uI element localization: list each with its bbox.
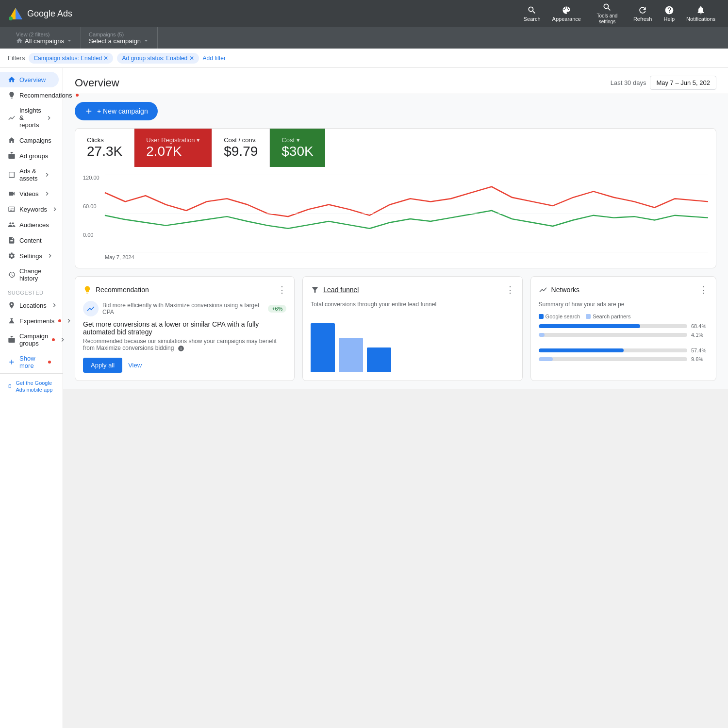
content-icon: [8, 236, 16, 244]
filters-label: Filters: [8, 54, 25, 62]
rec-menu-button[interactable]: ⋮: [278, 284, 286, 295]
network-pct-2: 57.4%: [691, 347, 708, 353]
networks-card-header: Networks ⋮: [539, 284, 708, 295]
sidebar-item-keywords[interactable]: Keywords: [0, 201, 59, 217]
campaigns-icon: [8, 136, 16, 144]
settings-icon: [8, 252, 16, 260]
history-icon: [8, 271, 16, 279]
cost-value: $30K: [281, 144, 313, 159]
network-bar-wrap-1: [539, 324, 687, 328]
metric-clicks: Clicks 27.3K: [75, 129, 134, 167]
sidebar-item-settings[interactable]: Settings: [0, 248, 59, 264]
network-bar-wrap-1b: [539, 333, 687, 337]
tools-label: Tools and settings: [593, 13, 622, 25]
plus-icon: [8, 358, 16, 366]
view-label: View (2 filters): [16, 32, 73, 37]
network-bar-partner-2: [539, 357, 553, 361]
sidebar-label-keywords: Keywords: [19, 206, 47, 213]
home-icon-sidebar: [8, 76, 16, 83]
new-campaign-button[interactable]: + New campaign: [75, 102, 158, 120]
network-bars: 68.4% 4.1% 57: [539, 323, 708, 362]
chevron-right-exp: [65, 317, 73, 325]
campaign-status-filter[interactable]: Campaign status: Enabled ✕: [29, 53, 113, 64]
appearance-label: Appearance: [552, 16, 581, 22]
mobile-app-link[interactable]: Get the Google Ads mobile app: [0, 373, 63, 399]
sidebar-label-recommendations: Recommendations: [19, 92, 72, 99]
sidebar-item-audiences[interactable]: Audiences: [0, 217, 59, 232]
networks-subtitle: Summary of how your ads are pe: [539, 301, 708, 308]
funnel-title-text[interactable]: Lead funnel: [323, 286, 359, 294]
filter-bar: Filters Campaign status: Enabled ✕ Ad gr…: [0, 49, 728, 68]
ad-group-status-filter[interactable]: Ad group status: Enabled ✕: [117, 53, 199, 64]
view-all-campaigns[interactable]: View (2 filters) All campaigns: [8, 27, 81, 49]
campaign-navigation: View (2 filters) All campaigns Campaigns…: [0, 27, 728, 49]
funnel-subtitle: Total conversions through your entire le…: [311, 301, 514, 308]
sidebar-label-experiments: Experiments: [19, 317, 54, 325]
sidebar-item-content[interactable]: Content: [0, 232, 59, 248]
insights-icon: [8, 114, 16, 122]
sidebar-label-ads-assets: Ads & assets: [19, 167, 39, 182]
y-label-120: 120.00: [83, 175, 105, 181]
sidebar-label-overview: Overview: [19, 76, 46, 83]
funnel-menu-button[interactable]: ⋮: [506, 284, 514, 295]
new-campaign-label: + New campaign: [97, 107, 148, 115]
network-row-1: 68.4%: [539, 323, 708, 329]
chart-x-label: May 7, 2024: [105, 254, 708, 260]
sidebar-item-insights[interactable]: Insights & reports: [0, 103, 59, 132]
lightbulb-icon: [83, 285, 92, 294]
rec-short-text: Bid more efficiently with Maximize conve…: [102, 302, 264, 315]
metric-user-reg[interactable]: User Registration ▾ 2.07K: [134, 129, 212, 167]
sidebar-item-videos[interactable]: Videos: [0, 186, 59, 201]
sidebar-item-show-more[interactable]: Show more: [0, 351, 59, 373]
sidebar-item-change-history[interactable]: Change history: [0, 264, 59, 286]
networks-title: Networks: [539, 285, 579, 294]
networks-menu-button[interactable]: ⋮: [699, 284, 708, 295]
campaign-groups-dot: [52, 338, 55, 341]
sidebar-item-campaigns[interactable]: Campaigns: [0, 132, 59, 148]
google-ads-logo: Google Ads: [8, 6, 72, 21]
help-button[interactable]: Help: [659, 2, 679, 25]
sidebar-item-campaign-groups[interactable]: Campaign groups: [0, 329, 59, 351]
tools-button[interactable]: Tools and settings: [588, 0, 627, 28]
search-button[interactable]: Search: [519, 2, 546, 25]
campaign-groups-icon: [8, 336, 16, 344]
network-bar-wrap-2: [539, 348, 687, 352]
help-icon: [664, 5, 674, 15]
grid-line-bottom: [105, 252, 708, 252]
select-campaign[interactable]: Campaigns (5) Select a campaign: [81, 27, 158, 49]
mobile-app-label: Get the Google Ads mobile app: [16, 380, 55, 394]
notifications-button[interactable]: Notifications: [681, 2, 720, 25]
chevron-right-ads: [43, 171, 51, 179]
bottom-cards: Recommendation ⋮ Bid more efficiently wi…: [75, 276, 716, 381]
sidebar-item-ads-assets[interactable]: Ads & assets: [0, 164, 59, 186]
sidebar-item-overview[interactable]: Overview: [0, 72, 59, 87]
sidebar-item-ad-groups[interactable]: Ad groups: [0, 148, 59, 164]
networks-title-text: Networks: [551, 286, 579, 294]
network-row-2: 57.4%: [539, 347, 708, 353]
last-30-days-label: Last 30 days: [611, 79, 646, 86]
metric-cost[interactable]: Cost ▾ $30K: [270, 129, 325, 167]
funnel-title: Lead funnel: [311, 285, 359, 294]
metrics-row: Clicks 27.3K User Registration ▾ 2.07K C…: [75, 129, 716, 167]
date-range-button[interactable]: May 7 – Jun 5, 202: [650, 76, 716, 90]
refresh-button[interactable]: Refresh: [629, 2, 657, 25]
clicks-label: Clicks: [87, 136, 122, 144]
rec-card-header: Recommendation ⋮: [83, 284, 286, 295]
network-bar-google-2: [539, 348, 624, 352]
sidebar-label-videos: Videos: [19, 190, 39, 198]
sidebar-item-recommendations[interactable]: Recommendations: [0, 87, 59, 103]
sidebar-item-experiments[interactable]: Experiments: [0, 313, 59, 329]
network-legend: Google search Search partners: [539, 314, 708, 319]
apply-all-button[interactable]: Apply all: [83, 358, 122, 373]
sidebar-label-insights: Insights & reports: [19, 107, 41, 129]
add-filter-button[interactable]: Add filter: [203, 55, 226, 62]
view-value: All campaigns: [16, 37, 73, 45]
rec-title-text: Recommendation: [96, 286, 149, 294]
appearance-icon: [562, 5, 571, 15]
sidebar-item-locations[interactable]: Locations: [0, 298, 59, 313]
red-line: [105, 187, 708, 217]
view-button[interactable]: View: [128, 362, 142, 369]
appearance-button[interactable]: Appearance: [547, 2, 586, 25]
keywords-icon: [8, 205, 16, 213]
svg-marker-1: [16, 8, 22, 19]
